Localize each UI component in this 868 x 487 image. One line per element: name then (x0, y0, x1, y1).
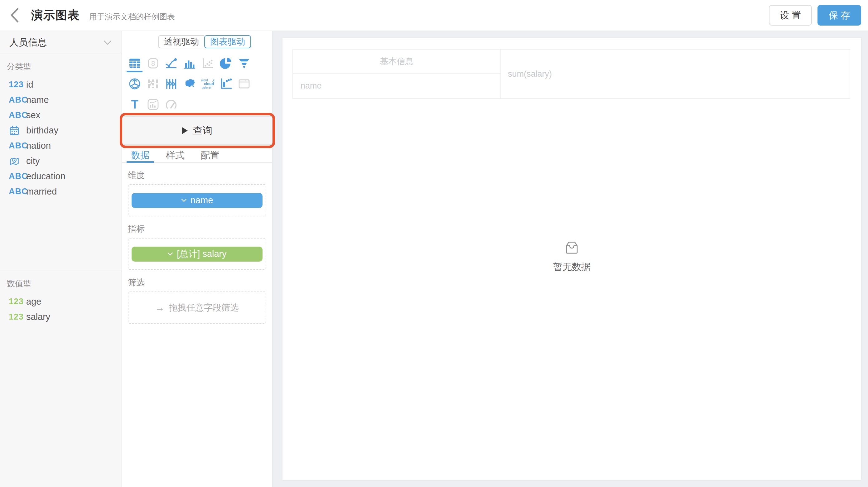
table-chart-icon[interactable] (126, 53, 144, 73)
funnel-chart-icon[interactable] (235, 53, 253, 73)
calendar-icon (9, 125, 26, 136)
preview-table: 基本信息 sum(salary) name (292, 49, 850, 99)
map-pin-icon (9, 156, 26, 167)
scatter-chart-icon (198, 53, 217, 73)
string-type-icon: ABC (9, 141, 26, 151)
field-sex[interactable]: ABC sex (0, 108, 122, 123)
preview-area: 基本信息 sum(salary) name 暂无数据 (273, 31, 868, 487)
chart-config-panel: 透视驱动 图表驱动 8 (122, 31, 273, 487)
field-nation[interactable]: ABC nation (0, 138, 122, 153)
string-type-icon: ABC (9, 95, 26, 105)
play-icon (182, 127, 188, 134)
radar-chart-icon[interactable] (126, 73, 144, 94)
tab-data[interactable]: 数据 (128, 149, 152, 162)
dataset-selector[interactable]: 人员信息 (0, 31, 122, 54)
mode-toggle: 透视驱动 图表驱动 (158, 35, 251, 48)
numeric-fields-section: 数值型 123 age 123 salary (0, 271, 122, 325)
arrow-right-icon: → (155, 302, 165, 313)
chart-type-grid: 8 (126, 53, 254, 115)
chart-editor-app: 演示图表 用于演示文档的样例图表 设 置 保 存 人员信息 分类型 123 id (0, 0, 868, 487)
metric-drop-zone[interactable]: [总计] salary (128, 238, 266, 270)
tab-config[interactable]: 配置 (198, 149, 222, 162)
bar-chart-icon[interactable] (181, 53, 199, 73)
number-type-icon: 123 (9, 80, 26, 90)
back-chevron-icon (9, 7, 20, 23)
table-dimension-header-cell: name (293, 73, 501, 98)
save-button[interactable]: 保 存 (817, 5, 861, 26)
gauge-chart-icon (162, 94, 181, 115)
page-title: 演示图表 (31, 7, 80, 23)
dataset-name: 人员信息 (9, 36, 47, 49)
svg-text:cloud: cloud (204, 82, 214, 86)
categorical-fields-section: 分类型 123 id ABC name ABC sex bir (0, 54, 122, 271)
field-married[interactable]: ABC married (0, 184, 122, 199)
field-age[interactable]: 123 age (0, 294, 122, 309)
top-header: 演示图表 用于演示文档的样例图表 设 置 保 存 (0, 0, 868, 31)
chevron-down-icon (181, 199, 187, 202)
field-id[interactable]: 123 id (0, 77, 122, 92)
field-city[interactable]: city (0, 153, 122, 169)
chart-preview-card: 基本信息 sum(salary) name 暂无数据 (282, 38, 861, 480)
tab-style[interactable]: 样式 (163, 149, 187, 162)
mode-pivot-driven[interactable]: 透视驱动 (158, 35, 204, 48)
section-label-numeric: 数值型 (0, 278, 122, 289)
metric-pill-salary[interactable]: [总计] salary (131, 247, 262, 262)
parallel-chart-icon[interactable] (162, 73, 181, 94)
mix-chart-icon (144, 94, 162, 115)
metric-label: 指标 (128, 223, 266, 235)
number-card-chart-icon: 8 (144, 53, 162, 73)
mode-chart-driven[interactable]: 图表驱动 (204, 35, 251, 48)
field-salary[interactable]: 123 salary (0, 309, 122, 325)
pie-chart-icon[interactable] (217, 53, 236, 73)
dimension-label: 维度 (128, 170, 266, 181)
filter-drop-hint: → 拖拽任意字段筛选 (155, 302, 239, 314)
svg-text:8: 8 (151, 60, 155, 67)
string-type-icon: ABC (9, 110, 26, 120)
empty-state: 暂无数据 (282, 241, 861, 273)
section-label-categorical: 分类型 (0, 61, 122, 72)
back-button[interactable] (9, 6, 24, 25)
query-button[interactable]: 查询 (122, 116, 272, 145)
china-map-chart-icon[interactable] (181, 73, 199, 94)
chevron-down-icon (167, 252, 173, 256)
filter-label: 筛选 (128, 277, 266, 288)
field-name[interactable]: ABC name (0, 92, 122, 108)
field-education[interactable]: ABC education (0, 169, 122, 184)
svg-text:agile BI: agile BI (202, 86, 211, 89)
empty-state-text: 暂无数据 (282, 261, 861, 273)
fields-sidebar: 人员信息 分类型 123 id ABC name ABC sex (0, 31, 122, 487)
text-chart-icon[interactable]: T (126, 94, 144, 115)
sankey-chart-icon (144, 73, 162, 94)
string-type-icon: ABC (9, 172, 26, 181)
settings-button[interactable]: 设 置 (769, 5, 812, 26)
number-type-icon: 123 (9, 297, 26, 306)
line-chart-icon[interactable] (162, 53, 181, 73)
dimension-pill-name[interactable]: name (131, 193, 262, 208)
progress-chart-icon[interactable] (217, 73, 236, 94)
dimension-drop-zone[interactable]: name (128, 184, 266, 216)
table-group-header-cell: 基本信息 (293, 50, 501, 73)
empty-box-icon (565, 241, 579, 254)
filter-drop-zone[interactable]: → 拖拽任意字段筛选 (128, 292, 266, 324)
field-birthday[interactable]: birthday (0, 123, 122, 138)
config-tabs: 数据 样式 配置 (122, 149, 272, 163)
svg-text:T: T (131, 98, 138, 111)
string-type-icon: ABC (9, 187, 26, 196)
chevron-down-icon (103, 37, 112, 48)
number-type-icon: 123 (9, 312, 26, 322)
iframe-chart-icon (235, 73, 253, 94)
word-cloud-chart-icon[interactable]: word tag cloud agile BI (198, 73, 217, 94)
data-config-sections: 维度 name 指标 [总计] salary 筛选 (122, 163, 272, 324)
table-metric-header-cell: sum(salary) (501, 50, 849, 98)
page-subtitle: 用于演示文档的样例图表 (89, 11, 175, 22)
